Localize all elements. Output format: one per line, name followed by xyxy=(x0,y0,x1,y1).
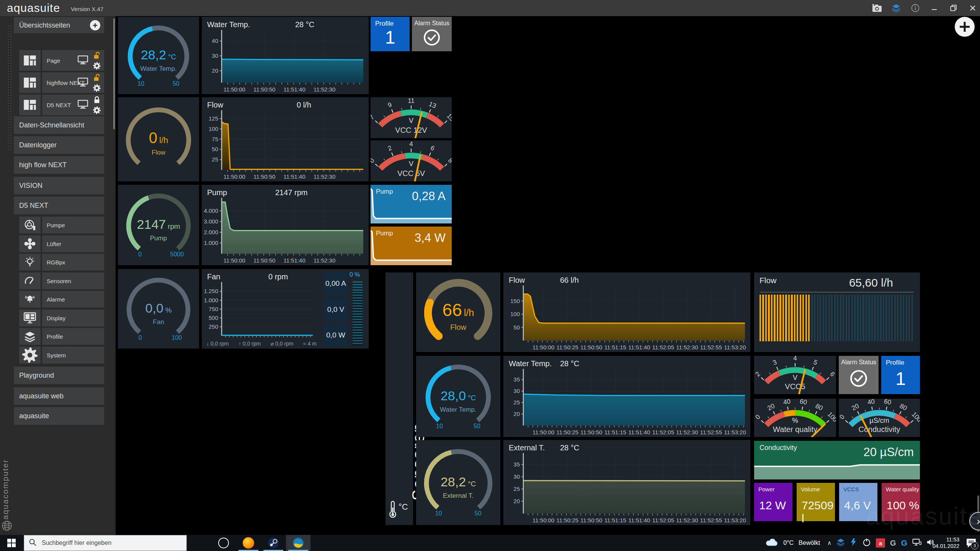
overlay-layers-icon[interactable] xyxy=(891,3,901,13)
svg-text:2.000: 2.000 xyxy=(204,229,218,235)
svg-text:µS/cm: µS/cm xyxy=(869,417,889,424)
page-grid-icon xyxy=(19,95,41,115)
svg-text:30: 30 xyxy=(513,473,520,480)
tray-logitech-ghub-icon[interactable]: G xyxy=(901,538,907,548)
svg-text:11:50:25: 11:50:25 xyxy=(557,344,578,350)
sidebar-drag-dots xyxy=(7,24,12,151)
aquasuite-watermark: aquasuite xyxy=(866,502,980,530)
sidebar-section-playground[interactable]: Playground xyxy=(14,367,104,384)
minimize-button[interactable] xyxy=(929,3,939,13)
layers-icon xyxy=(19,328,41,345)
restore-button[interactable] xyxy=(949,3,959,13)
monitor-icon[interactable] xyxy=(78,78,88,88)
flow66-gauge-tile: 66l/hFlow xyxy=(416,272,500,352)
monitor-icon[interactable] xyxy=(78,100,88,110)
sidebar-section-aquasuite-web[interactable]: aquasuite web xyxy=(14,387,104,405)
sidebar-section-vision[interactable]: VISION xyxy=(14,177,104,194)
gear-icon[interactable] xyxy=(93,62,101,70)
lock-icon[interactable] xyxy=(93,51,101,61)
action-center-button[interactable]: 3 xyxy=(966,535,976,551)
tray-bolt-icon[interactable] xyxy=(850,538,858,548)
svg-text:VCC 12V: VCC 12V xyxy=(395,126,427,134)
water-temp-chart-tile: Water Temp.28 °C 11:50:0011:50:5011:51:4… xyxy=(202,17,369,94)
gear-icon[interactable] xyxy=(93,106,101,114)
sidebar-section-daten-schnellansicht[interactable]: Daten-Schnellansicht xyxy=(14,116,104,134)
sidebar-section-d5-next[interactable]: D5 NEXT xyxy=(14,197,104,214)
power-tile: Power12 W xyxy=(754,483,792,521)
monitor-icon[interactable] xyxy=(78,55,88,66)
sidebar-scrollbar[interactable] xyxy=(113,18,115,129)
svg-text:100: 100 xyxy=(172,334,182,341)
svg-text:0: 0 xyxy=(138,251,142,258)
svg-text:0: 0 xyxy=(754,413,762,421)
svg-text:1.000: 1.000 xyxy=(204,297,218,303)
weather-condition[interactable]: Bewölkt xyxy=(799,540,820,546)
tray-radeon-icon[interactable]: a xyxy=(876,538,885,548)
thermometer-icon xyxy=(389,500,397,520)
screenshot-camera-icon[interactable] xyxy=(872,3,882,13)
svg-text:80: 80 xyxy=(814,402,824,412)
svg-text:150: 150 xyxy=(510,298,520,304)
cortana-button[interactable] xyxy=(211,535,236,551)
svg-text:9: 9 xyxy=(387,101,393,109)
svg-text:25: 25 xyxy=(212,156,218,163)
tray-power-icon[interactable] xyxy=(862,538,871,548)
sidebar-section-aquasuite[interactable]: aquasuite xyxy=(14,407,104,425)
svg-text:11:50:00: 11:50:00 xyxy=(532,344,554,350)
svg-text:20: 20 xyxy=(513,498,520,504)
tray-aquasuite-icon[interactable] xyxy=(836,538,845,548)
add-widget-button[interactable] xyxy=(955,17,975,37)
svg-text:Flow: Flow xyxy=(152,149,166,156)
svg-text:VCC 5V: VCC 5V xyxy=(397,169,425,178)
svg-text:0l/h: 0l/h xyxy=(149,129,168,146)
weather-cloud-icon[interactable] xyxy=(765,538,778,548)
svg-text:30: 30 xyxy=(212,52,218,59)
tray-chevron-icon[interactable]: ∧ xyxy=(827,540,831,546)
profile-tile-2: Profile 1 xyxy=(881,356,920,394)
tray-network-icon[interactable] xyxy=(912,538,921,548)
svg-text:11:52:05: 11:52:05 xyxy=(652,344,674,350)
svg-text:6: 6 xyxy=(828,370,836,378)
sensoren-section-strip: Sensoren °C xyxy=(385,272,413,525)
lock-icon[interactable] xyxy=(93,96,101,106)
aquasuite-taskbar-icon[interactable] xyxy=(286,535,310,551)
firefox-icon[interactable] xyxy=(236,535,261,551)
svg-text:%: % xyxy=(792,417,798,424)
sidebar-overview-header: Übersichtsseiten + xyxy=(14,17,104,33)
gear-icon[interactable] xyxy=(93,84,101,92)
svg-text:11:52:55: 11:52:55 xyxy=(700,429,722,435)
vcc5-gauge-tile: 02468VVCC 5V xyxy=(371,140,452,181)
water-quality-gauge-tile: 020406080100%Water quality xyxy=(754,399,836,437)
taskbar-search[interactable] xyxy=(24,535,187,551)
tray-logitech-icon[interactable]: G xyxy=(890,539,896,548)
svg-text:20: 20 xyxy=(766,402,776,412)
search-input[interactable] xyxy=(41,539,173,547)
start-button[interactable] xyxy=(0,535,23,551)
sidebar-section-datenlogger[interactable]: Datenlogger xyxy=(14,136,104,154)
svg-text:11:51:40: 11:51:40 xyxy=(284,173,305,180)
flow-segment-bar xyxy=(760,295,916,341)
steam-icon[interactable] xyxy=(261,535,286,551)
search-icon xyxy=(29,538,36,548)
globe-icon[interactable] xyxy=(2,520,12,533)
weather-temp[interactable]: 0°C xyxy=(783,540,794,546)
conductivity-chart-tile: Conductivity 20 µS/cm xyxy=(754,441,920,479)
sidebar-section-high-flow-next[interactable]: high flow NEXT xyxy=(14,156,104,174)
add-page-button[interactable]: + xyxy=(90,20,100,31)
taskbar-clock[interactable]: 11:53 04.01.2022 xyxy=(933,535,959,551)
svg-text:3: 3 xyxy=(772,359,778,367)
svg-text:External T.: External T. xyxy=(443,492,474,499)
svg-text:11:52:55: 11:52:55 xyxy=(700,517,722,523)
svg-text:28,2°C: 28,2°C xyxy=(441,474,476,489)
svg-text:100: 100 xyxy=(510,311,520,317)
pump-gauge-tile: 2147rpmPump05000 xyxy=(118,185,199,265)
fan-current-box: 0,00 A xyxy=(323,272,348,295)
svg-text:0: 0 xyxy=(839,413,846,421)
info-icon[interactable] xyxy=(910,3,920,13)
svg-text:50: 50 xyxy=(474,423,480,429)
svg-text:40: 40 xyxy=(782,399,791,406)
svg-text:25: 25 xyxy=(513,486,520,492)
svg-text:11:52:30: 11:52:30 xyxy=(314,86,335,93)
close-button[interactable] xyxy=(968,3,978,13)
lock-icon[interactable] xyxy=(93,73,101,83)
